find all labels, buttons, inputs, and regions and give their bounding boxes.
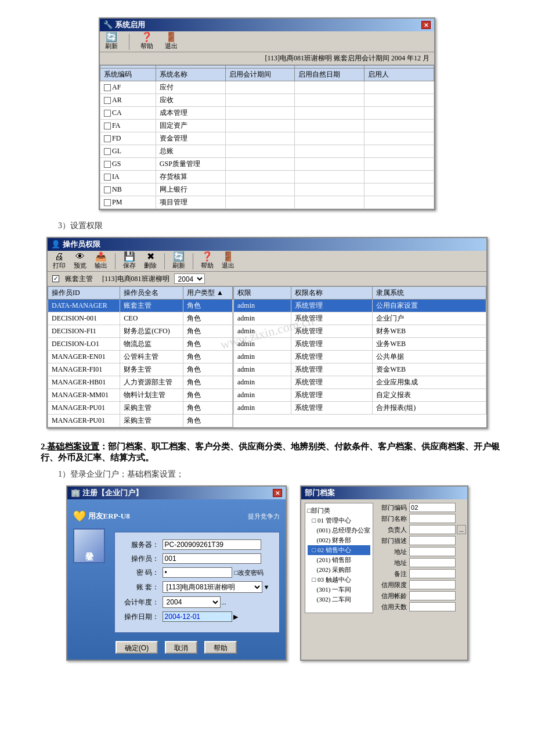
dept-field-label: 地址 [378,559,407,567]
account-row-label: 账 套： [124,582,159,592]
dept-form-row: 备注 [378,569,466,578]
server-input[interactable] [163,539,261,550]
account-dropdown-btn[interactable]: ▼ [264,584,270,591]
row-checkbox[interactable] [104,123,111,129]
row-checkbox[interactable] [104,110,111,117]
sysenable-info-text: [113]电商081班谢柳明 账套启用会计期间 2004 年12 月 [265,54,430,62]
dept-tree-item[interactable]: (201) 销售部 [308,555,371,565]
table-row[interactable]: DECISION-LO1 物流总监 角色 [48,338,233,351]
table-row[interactable]: DATA-MANAGER 账套主管 角色 [48,300,233,312]
account-select[interactable]: 2004 [174,273,205,284]
op-right-header: 权限 权限名称 隶属系统 [234,287,486,300]
row-checkbox[interactable] [104,97,111,104]
dept-tree-item[interactable]: □ 03 触越中心 [308,575,371,585]
account-dropdown[interactable]: [113]电商081班谢柳明 [163,581,262,593]
account-manager-checkbox[interactable] [52,275,59,282]
table-row[interactable]: DECISION-001 CEO 角色 [48,312,233,325]
date-picker-btn[interactable]: ▶ [233,613,238,621]
exit-label: 退出 [165,42,178,51]
dept-tree-list: □部门类□ 01 管理中心 (001) 总经理办公室 (002) 财务部□ 02… [308,506,371,604]
row-checkbox[interactable] [104,174,111,181]
print-button[interactable]: 🖨 打印 [51,252,67,270]
section2-bold-text: 基础档案设置 [47,442,99,451]
dept-field-input[interactable] [409,591,456,600]
dept-field-input[interactable] [409,503,456,512]
dept-tree-item[interactable]: (301) 一车间 [308,585,371,595]
table-row: AR 应收 [100,94,434,107]
refresh-button[interactable]: 🔄 刷新 [103,33,120,51]
output-button[interactable]: 📤 输出 [93,252,109,270]
preview-button[interactable]: 👁 预览 [72,252,88,270]
operator-titlebar: 👤 操作员权限 [48,238,486,251]
login-close-button[interactable]: ✕ [273,489,282,497]
dept-form-row: 负责人 ... [378,525,466,534]
help-button3[interactable]: 帮助 [204,641,237,654]
delete-icon: ✖ [147,252,154,261]
login-window-icon: 🏢 [71,488,80,498]
table-row: FD 资金管理 [100,132,434,145]
dept-tree-item[interactable]: (202) 采购部 [308,565,371,575]
operator-left-table: 操作员ID 操作员全名 用户类型 ▲ DATA-MANAGER 账套主管 角色 … [48,286,233,427]
dept-tree-item[interactable]: (001) 总经理办公室 [308,525,371,535]
operator-toolbar: 🖨 打印 👁 预览 📤 输出 💾 保存 ✖ 删除 🔄 刷新 ❓ 帮助 [48,251,486,272]
cancel-button[interactable]: 取消 [165,641,197,654]
dept-tree-item[interactable]: □ 02 销售中心 [308,545,371,555]
table-row: PM 项目管理 [100,196,434,209]
table-row[interactable]: MANAGER-PU01 采购主管 角色 [48,415,233,427]
save-label: 保存 [123,261,136,270]
exit-button2[interactable]: 🚪 退出 [220,252,236,270]
dept-field-input[interactable] [409,547,456,556]
dept-field-input[interactable] [409,536,456,545]
help-button[interactable]: ❓ 帮助 [139,33,155,51]
dept-field-label: 信用天数 [378,603,407,611]
sysenable-infobar: [113]电商081班谢柳明 账套启用会计期间 2004 年12 月 [100,52,434,65]
dept-tree-item[interactable]: □部门类 [308,506,371,516]
dept-field-input[interactable] [409,580,456,589]
user-input[interactable] [163,553,261,564]
col-date-label: 启用自然日期 [295,69,365,81]
dept-form-row: 部门名称 [378,514,466,523]
dept-field-input[interactable] [409,602,456,611]
refresh-button2[interactable]: 🔄 刷新 [171,252,187,270]
person-picker-btn[interactable]: ... [457,525,466,534]
row-checkbox[interactable] [104,84,111,91]
login-decorative-image: 登录 [73,528,105,563]
logo-text: 用友ERP-U8 [88,511,130,521]
save-button[interactable]: 💾 保存 [121,252,138,270]
section3-label: 1）登录企业门户；基础档案设置； [58,469,511,480]
table-row[interactable]: MANAGER-FI01 财务主管 角色 [48,363,233,376]
close-icon: ✕ [424,22,428,28]
dept-field-label: 地址 [378,548,407,556]
table-row[interactable]: MANAGER-MM01 物料计划主管 角色 [48,389,233,402]
row-checkbox[interactable] [104,199,111,206]
dept-tree-item[interactable]: (302) 二车间 [308,595,371,604]
table-row[interactable]: MANAGER-HB01 人力资源部主管 角色 [48,376,233,389]
close-button[interactable]: ✕ [421,21,431,29]
year-dropdown[interactable]: 2004 [163,596,221,608]
row-checkbox[interactable] [104,135,111,142]
table-row[interactable]: MANAGER-PU01 采购主管 角色 [48,402,233,415]
sysenable-title: 系统启用 [115,20,145,30]
row-checkbox[interactable] [104,148,111,155]
table-row[interactable]: DECISION-FI1 财务总监(CFO) 角色 [48,325,233,338]
table-row[interactable]: MANAGER-EN01 公管科主管 角色 [48,351,233,363]
row-checkbox[interactable] [104,161,111,168]
dept-field-input[interactable] [409,569,456,578]
date-input[interactable] [163,611,232,622]
cancel-label: 取消 [174,644,188,652]
delete-button[interactable]: ✖ 删除 [142,252,158,270]
pwd-input[interactable] [163,567,232,578]
dept-body: □部门类□ 01 管理中心 (001) 总经理办公室 (002) 财务部□ 02… [301,499,467,617]
year-more-btn[interactable]: ... [222,599,226,606]
year-row: 会计年度： 2004 ... [124,596,270,608]
dept-field-input[interactable] [409,525,456,534]
dept-field-input[interactable] [409,514,456,523]
help-button2[interactable]: ❓ 帮助 [199,252,215,270]
dept-field-input[interactable] [409,558,456,567]
row-checkbox[interactable] [104,186,111,193]
exit-button[interactable]: 🚪 退出 [163,33,179,51]
dept-tree-item[interactable]: (002) 财务部 [308,535,371,545]
op-left-rows: DATA-MANAGER 账套主管 角色 DECISION-001 CEO 角色… [48,300,233,427]
ok-button[interactable]: 确定(O) [116,641,158,654]
dept-tree-item[interactable]: □ 01 管理中心 [308,516,371,525]
